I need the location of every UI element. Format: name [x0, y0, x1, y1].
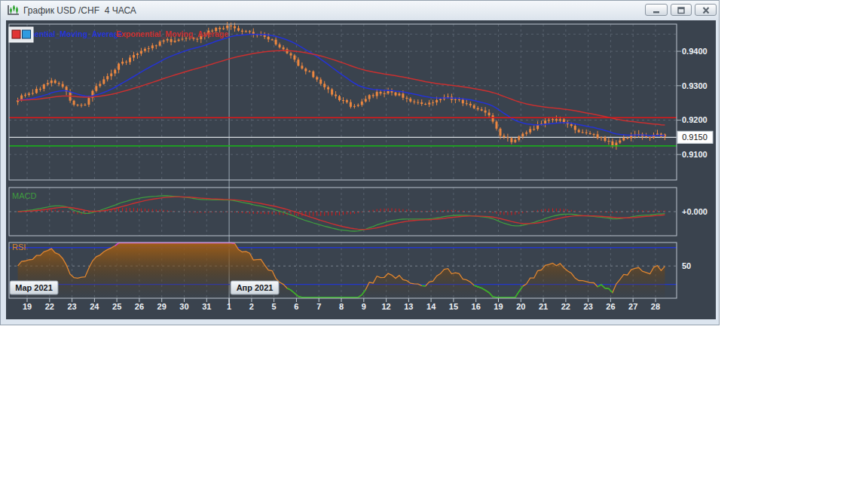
candle-body: [249, 31, 251, 32]
candle-body: [151, 45, 154, 48]
candle-body: [353, 106, 356, 107]
candle-body: [458, 99, 460, 100]
date-label: 13: [404, 302, 413, 311]
candle-body: [167, 39, 169, 41]
candle-body: [118, 64, 120, 70]
candle-body: [413, 102, 415, 102]
date-label: 27: [628, 302, 637, 311]
candle-body: [649, 137, 651, 138]
candle-body: [182, 39, 184, 40]
ema-slow-label: Exponential_Moving_Average: [116, 29, 228, 38]
close-icon: [701, 7, 711, 14]
candle-body: [121, 62, 124, 64]
date-label: 9: [362, 302, 366, 311]
candle-body: [405, 98, 408, 99]
candle-body: [271, 39, 274, 40]
candle-body: [432, 102, 434, 103]
legend-blue-swatch[interactable]: [23, 30, 31, 38]
candle-body: [372, 95, 374, 96]
candle-body: [656, 134, 659, 136]
macd-zero-value: +0.000: [682, 207, 708, 216]
month-tag: Апр 2021: [231, 281, 279, 294]
candle-body: [376, 92, 378, 96]
candle-body: [304, 69, 307, 72]
candle-body: [87, 98, 90, 105]
candle-body: [47, 83, 49, 84]
candle-body: [335, 95, 337, 96]
maximize-button[interactable]: [671, 4, 692, 16]
date-label: 28: [651, 302, 660, 311]
candle-body: [77, 105, 79, 105]
candle-body: [308, 72, 310, 72]
candle-body: [510, 138, 512, 142]
candle-body: [391, 91, 393, 93]
candle-body: [582, 133, 584, 133]
minimize-button[interactable]: [645, 4, 668, 16]
candle-body: [323, 84, 326, 87]
current-price-tag: 0.9150: [677, 131, 713, 143]
maximize-icon: [677, 7, 686, 14]
candle-body: [514, 140, 516, 142]
candle-body: [503, 136, 505, 137]
candle-body: [114, 70, 116, 74]
candle-body: [155, 45, 157, 46]
candle-body: [39, 89, 41, 90]
candle-body: [342, 100, 344, 101]
candle-body: [548, 120, 550, 120]
candle-body: [230, 26, 232, 26]
candle-body: [607, 141, 610, 142]
candle-body: [481, 109, 483, 111]
date-label: 5: [272, 302, 277, 311]
candle-body: [32, 93, 34, 94]
candle-body: [196, 39, 198, 40]
candle-body: [163, 41, 165, 42]
candle-body: [43, 84, 45, 89]
candle-body: [275, 40, 277, 44]
candle-body: [488, 113, 491, 116]
candle-body: [454, 99, 457, 100]
candle-body: [585, 133, 588, 133]
candle-body: [428, 102, 430, 104]
date-label: 15: [449, 302, 458, 311]
month-tag-label: Мар 2021: [15, 283, 53, 292]
candle-body: [110, 74, 112, 77]
candle-body: [283, 47, 285, 50]
date-label: 16: [472, 302, 481, 311]
candle-body: [597, 134, 599, 138]
candle-body: [226, 26, 228, 29]
candle-body: [241, 31, 243, 32]
candle-body: [578, 130, 580, 133]
candle-body: [622, 138, 625, 141]
candle-body: [350, 102, 352, 107]
candle-body: [604, 137, 607, 141]
candle-body: [477, 108, 479, 110]
candle-body: [234, 26, 236, 29]
candle-body: [346, 100, 348, 102]
candle-body: [619, 141, 621, 143]
candle-body: [466, 103, 468, 104]
month-tag: Мар 2021: [10, 281, 58, 294]
candle-body: [555, 119, 558, 120]
date-label: 24: [90, 302, 99, 311]
candle-body: [245, 31, 247, 32]
candle-body: [462, 100, 464, 104]
chart-window: График USD /CHF 4 ЧАСА Exponential_Movin…: [0, 0, 720, 325]
close-button[interactable]: [695, 4, 717, 16]
candle-body: [312, 72, 314, 78]
date-label: 21: [539, 302, 548, 311]
candle-body: [357, 105, 359, 105]
candle-body: [50, 81, 53, 83]
date-label: 22: [45, 302, 54, 311]
chart-canvas[interactable]: Exponential_Moving_AverageExponential_Mo…: [6, 20, 716, 319]
candle-body: [170, 39, 173, 42]
legend-red-swatch[interactable]: [12, 30, 20, 38]
candle-body: [402, 93, 404, 97]
candle-body: [589, 133, 591, 134]
candle-body: [529, 129, 531, 133]
desktop: График USD /CHF 4 ЧАСА Exponential_Movin…: [0, 0, 868, 488]
candle-body: [338, 96, 341, 100]
candle-body: [62, 84, 64, 87]
candle-body: [267, 37, 270, 39]
date-label: 2: [249, 302, 254, 311]
candle-body: [106, 76, 108, 79]
